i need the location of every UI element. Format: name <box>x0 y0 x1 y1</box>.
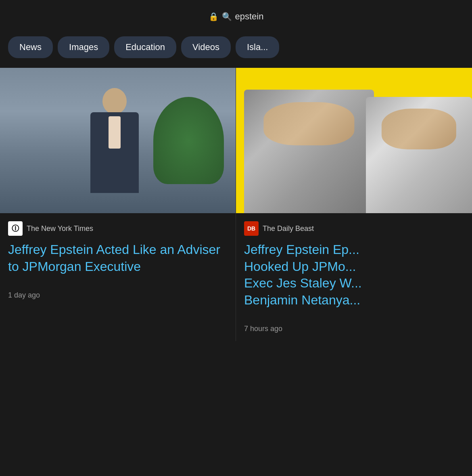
search-query: epstein <box>235 11 264 22</box>
article-image-1 <box>0 68 236 213</box>
figure-bw-1 <box>244 90 374 213</box>
source-row-2: DB The Daily Beast <box>244 221 464 236</box>
search-bar: 🔒 🔍 epstein <box>0 0 472 30</box>
filter-tabs-container: News Images Education Videos Isla... <box>0 30 472 68</box>
news-card-2[interactable]: DB The Daily Beast Jeffrey Epstein Ep...… <box>236 68 472 341</box>
tab-isla[interactable]: Isla... <box>236 36 280 58</box>
tab-education[interactable]: Education <box>114 36 176 58</box>
right-figures <box>236 68 472 213</box>
article-time-2: 7 hours ago <box>244 325 464 333</box>
news-grid: Ⓘ The New York Times Jeffrey Epstein Act… <box>0 68 472 341</box>
source-icon-db: DB <box>244 221 259 236</box>
tab-images[interactable]: Images <box>58 36 109 58</box>
source-name-1: The New York Times <box>27 224 93 233</box>
article-time-1: 1 day ago <box>8 291 228 300</box>
article-image-2 <box>236 68 472 213</box>
article-title-1: Jeffrey Epstein Acted Like an Adviser to… <box>8 241 228 275</box>
figure-man <box>82 84 147 213</box>
card-content-2: DB The Daily Beast Jeffrey Epstein Ep...… <box>236 213 472 341</box>
article-title-2: Jeffrey Epstein Ep...Hooked Up JPMo...Ex… <box>244 241 464 308</box>
lock-icon: 🔒 <box>209 12 219 21</box>
news-card-1[interactable]: Ⓘ The New York Times Jeffrey Epstein Act… <box>0 68 236 341</box>
source-icon-nyt: Ⓘ <box>8 221 23 236</box>
tab-news[interactable]: News <box>8 36 53 58</box>
card-content-1: Ⓘ The New York Times Jeffrey Epstein Act… <box>0 213 236 308</box>
source-row-1: Ⓘ The New York Times <box>8 221 228 236</box>
source-name-2: The Daily Beast <box>263 224 314 233</box>
search-icon: 🔍 <box>222 12 232 21</box>
tab-videos[interactable]: Videos <box>181 36 231 58</box>
figure-bw-2 <box>366 97 472 213</box>
